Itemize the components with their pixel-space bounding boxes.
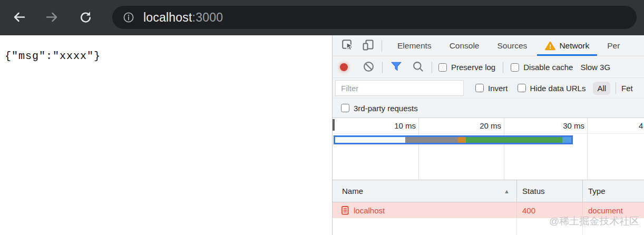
page-content: {"msg":"xxxx"} [0,35,332,235]
overview-segment-light-blue [562,137,571,143]
url-host: localhost [143,11,192,24]
third-party-box[interactable] [341,104,349,112]
overview-segment-gray [405,137,458,143]
overview-segment-white [335,137,405,143]
tab-elements[interactable]: Elements [388,35,441,56]
sort-ascending-icon: ▲ [504,188,510,194]
back-button[interactable] [8,7,30,28]
forward-button[interactable] [41,7,62,28]
disable-cache-box[interactable] [511,63,519,72]
preserve-log-box[interactable] [438,63,447,72]
overview-waterfall-bar[interactable] [334,135,573,144]
network-toolbar: Preserve log Disable cache Slow 3G [333,57,644,78]
overview-handle[interactable] [333,119,335,131]
site-info-icon[interactable] [122,11,135,24]
tab-performance[interactable]: Per [598,35,629,56]
divider [616,82,616,94]
divider [432,62,432,73]
reload-icon [79,10,93,26]
tab-network[interactable]: Network [536,35,598,56]
column-header-type[interactable]: Type [582,180,644,202]
divider [382,40,382,52]
search-icon [412,61,424,74]
watermark: @稀土掘金技术社区 [549,214,639,228]
device-toolbar-icon [362,38,375,53]
ruler-divider [333,133,644,134]
overview-segment-green [466,137,562,143]
column-divider [516,218,517,235]
network-overview[interactable]: 10 ms 20 ms 30 ms 4 [333,117,644,180]
tab-sources[interactable]: Sources [489,35,536,56]
url-port: :3000 [192,11,223,24]
address-bar[interactable]: localhost:3000 [112,6,637,29]
inspect-element-icon [341,38,354,53]
reload-button[interactable] [75,7,96,28]
hide-data-urls-checkbox[interactable]: Hide data URLs [518,84,586,93]
column-header-name[interactable]: Name ▲ [333,180,516,202]
tab-console[interactable]: Console [441,35,489,56]
record-icon[interactable] [340,63,348,71]
network-filter-row: Invert Hide data URLs All Fet [333,78,644,99]
device-toolbar-button[interactable] [361,38,375,53]
network-filter-input[interactable] [335,80,464,96]
invert-box[interactable] [475,84,484,92]
invert-checkbox[interactable]: Invert [475,84,508,93]
warning-icon [545,41,555,51]
forward-icon [45,10,59,26]
browser-toolbar: localhost:3000 [0,0,644,35]
column-header-status[interactable]: Status [516,180,582,202]
timeline-tick: 30 ms [333,121,584,132]
request-name-cell[interactable]: localhost [333,202,516,218]
disable-cache-checkbox[interactable]: Disable cache [511,63,573,72]
clear-button[interactable] [362,60,376,74]
filter-button[interactable] [389,60,403,74]
timeline-gridline [587,118,588,180]
devtools-tabbar: Elements Console Sources Network [333,35,644,56]
back-icon [12,10,26,26]
third-party-checkbox[interactable]: 3rd-party requests [341,104,418,113]
inspect-element-button[interactable] [340,38,355,53]
throttling-select[interactable]: Slow 3G [580,63,610,72]
document-icon [341,206,349,215]
url-text[interactable]: localhost:3000 [143,11,223,25]
devtools-panel: Elements Console Sources Network [332,35,644,235]
timeline-tick-cut: 4 [639,121,644,132]
requests-table-header: Name ▲ Status Type [333,180,644,202]
block-icon [363,61,375,74]
filter-funnel-icon [391,61,402,73]
search-button[interactable] [411,60,425,74]
response-body: {"msg":"xxxx"} [5,50,101,62]
divider [382,62,383,73]
divider [503,62,503,73]
filter-fetch-xhr-button[interactable]: Fet [621,84,633,93]
third-party-row: 3rd-party requests [333,99,644,117]
preserve-log-checkbox[interactable]: Preserve log [438,63,495,72]
overview-segment-orange [458,137,466,143]
hide-data-urls-box[interactable] [518,84,526,92]
filter-all-button[interactable]: All [593,82,610,95]
screenshot: localhost:3000 {"msg":"xxxx"} [0,0,644,235]
